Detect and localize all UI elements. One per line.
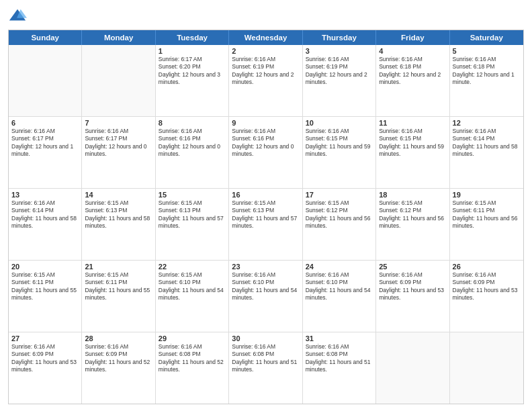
calendar-cell: 31Sunrise: 6:16 AMSunset: 6:08 PMDayligh… — [303, 332, 376, 404]
day-number: 6 — [11, 119, 79, 127]
day-number: 15 — [159, 191, 226, 199]
day-number: 29 — [159, 334, 226, 342]
calendar-cell: 6Sunrise: 6:16 AMSunset: 6:17 PMDaylight… — [9, 117, 82, 188]
calendar-cell: 3Sunrise: 6:16 AMSunset: 6:19 PMDaylight… — [303, 45, 376, 116]
day-info: Sunrise: 6:16 AMSunset: 6:19 PMDaylight:… — [306, 56, 373, 87]
calendar-cell: 2Sunrise: 6:16 AMSunset: 6:19 PMDaylight… — [229, 45, 302, 116]
day-info: Sunrise: 6:15 AMSunset: 6:11 PMDaylight:… — [85, 271, 152, 302]
day-info: Sunrise: 6:16 AMSunset: 6:14 PMDaylight:… — [11, 199, 79, 230]
calendar-week-4: 20Sunrise: 6:15 AMSunset: 6:11 PMDayligh… — [9, 260, 523, 332]
calendar-cell: 10Sunrise: 6:16 AMSunset: 6:15 PMDayligh… — [303, 117, 376, 188]
calendar-cell: 15Sunrise: 6:15 AMSunset: 6:13 PMDayligh… — [156, 189, 229, 260]
day-info: Sunrise: 6:16 AMSunset: 6:18 PMDaylight:… — [453, 56, 521, 87]
header-day-thursday: Thursday — [303, 30, 376, 45]
header-day-friday: Friday — [376, 30, 449, 45]
day-number: 8 — [159, 119, 226, 127]
page: SundayMondayTuesdayWednesdayThursdayFrid… — [0, 0, 532, 411]
day-info: Sunrise: 6:16 AMSunset: 6:09 PMDaylight:… — [453, 271, 521, 302]
day-number: 14 — [85, 191, 152, 199]
day-number: 31 — [306, 334, 373, 342]
day-number: 3 — [306, 47, 373, 55]
calendar-cell: 23Sunrise: 6:16 AMSunset: 6:10 PMDayligh… — [229, 261, 302, 332]
day-number: 10 — [306, 119, 373, 127]
day-info: Sunrise: 6:17 AMSunset: 6:20 PMDaylight:… — [159, 56, 226, 87]
day-number: 28 — [85, 334, 152, 342]
day-number: 17 — [306, 191, 373, 199]
calendar-week-2: 6Sunrise: 6:16 AMSunset: 6:17 PMDaylight… — [9, 116, 523, 188]
calendar-cell — [450, 332, 523, 404]
logo-icon — [8, 7, 27, 26]
day-info: Sunrise: 6:16 AMSunset: 6:17 PMDaylight:… — [85, 128, 152, 158]
calendar-cell: 12Sunrise: 6:16 AMSunset: 6:14 PMDayligh… — [450, 117, 523, 188]
day-number: 5 — [453, 47, 521, 55]
day-number: 27 — [11, 334, 79, 342]
day-number: 30 — [232, 334, 299, 342]
calendar-week-1: 1Sunrise: 6:17 AMSunset: 6:20 PMDaylight… — [9, 45, 523, 116]
day-info: Sunrise: 6:16 AMSunset: 6:17 PMDaylight:… — [11, 128, 79, 158]
calendar-cell: 21Sunrise: 6:15 AMSunset: 6:11 PMDayligh… — [82, 261, 155, 332]
day-number: 18 — [379, 191, 446, 199]
calendar-cell: 25Sunrise: 6:16 AMSunset: 6:09 PMDayligh… — [376, 261, 449, 332]
day-info: Sunrise: 6:15 AMSunset: 6:11 PMDaylight:… — [11, 271, 79, 302]
day-info: Sunrise: 6:15 AMSunset: 6:13 PMDaylight:… — [159, 199, 226, 230]
header — [8, 7, 524, 26]
calendar-cell — [376, 332, 449, 404]
day-number: 11 — [379, 119, 446, 127]
day-info: Sunrise: 6:15 AMSunset: 6:12 PMDaylight:… — [306, 199, 373, 230]
header-day-wednesday: Wednesday — [229, 30, 302, 45]
calendar-body: 1Sunrise: 6:17 AMSunset: 6:20 PMDaylight… — [9, 45, 523, 404]
day-number: 7 — [85, 119, 152, 127]
day-info: Sunrise: 6:15 AMSunset: 6:11 PMDaylight:… — [453, 199, 521, 230]
day-info: Sunrise: 6:16 AMSunset: 6:14 PMDaylight:… — [453, 128, 521, 158]
day-number: 9 — [232, 119, 299, 127]
day-info: Sunrise: 6:16 AMSunset: 6:15 PMDaylight:… — [306, 128, 373, 158]
day-info: Sunrise: 6:16 AMSunset: 6:08 PMDaylight:… — [159, 343, 226, 374]
logo — [8, 7, 30, 26]
day-number: 1 — [159, 47, 226, 55]
day-number: 26 — [453, 263, 521, 271]
day-info: Sunrise: 6:16 AMSunset: 6:09 PMDaylight:… — [85, 343, 152, 374]
calendar-cell: 16Sunrise: 6:15 AMSunset: 6:13 PMDayligh… — [229, 189, 302, 260]
day-info: Sunrise: 6:16 AMSunset: 6:19 PMDaylight:… — [232, 56, 299, 87]
calendar-cell: 1Sunrise: 6:17 AMSunset: 6:20 PMDaylight… — [156, 45, 229, 116]
calendar-cell: 5Sunrise: 6:16 AMSunset: 6:18 PMDaylight… — [450, 45, 523, 116]
calendar-cell: 9Sunrise: 6:16 AMSunset: 6:16 PMDaylight… — [229, 117, 302, 188]
calendar-header-row: SundayMondayTuesdayWednesdayThursdayFrid… — [9, 30, 523, 45]
calendar-cell: 8Sunrise: 6:16 AMSunset: 6:16 PMDaylight… — [156, 117, 229, 188]
header-day-tuesday: Tuesday — [156, 30, 229, 45]
header-day-saturday: Saturday — [450, 30, 523, 45]
day-info: Sunrise: 6:15 AMSunset: 6:12 PMDaylight:… — [379, 199, 446, 230]
calendar-cell: 14Sunrise: 6:15 AMSunset: 6:13 PMDayligh… — [82, 189, 155, 260]
header-day-monday: Monday — [82, 30, 155, 45]
calendar-cell: 20Sunrise: 6:15 AMSunset: 6:11 PMDayligh… — [9, 261, 82, 332]
calendar-cell: 17Sunrise: 6:15 AMSunset: 6:12 PMDayligh… — [303, 189, 376, 260]
day-number: 19 — [453, 191, 521, 199]
calendar-cell: 18Sunrise: 6:15 AMSunset: 6:12 PMDayligh… — [376, 189, 449, 260]
calendar-cell: 22Sunrise: 6:15 AMSunset: 6:10 PMDayligh… — [156, 261, 229, 332]
calendar-cell: 30Sunrise: 6:16 AMSunset: 6:08 PMDayligh… — [229, 332, 302, 404]
day-number: 22 — [159, 263, 226, 271]
calendar-cell: 28Sunrise: 6:16 AMSunset: 6:09 PMDayligh… — [82, 332, 155, 404]
day-info: Sunrise: 6:16 AMSunset: 6:15 PMDaylight:… — [379, 128, 446, 158]
calendar-cell: 29Sunrise: 6:16 AMSunset: 6:08 PMDayligh… — [156, 332, 229, 404]
calendar-week-5: 27Sunrise: 6:16 AMSunset: 6:09 PMDayligh… — [9, 332, 523, 404]
calendar-cell: 26Sunrise: 6:16 AMSunset: 6:09 PMDayligh… — [450, 261, 523, 332]
day-info: Sunrise: 6:15 AMSunset: 6:13 PMDaylight:… — [232, 199, 299, 230]
day-info: Sunrise: 6:16 AMSunset: 6:10 PMDaylight:… — [306, 271, 373, 302]
calendar-week-3: 13Sunrise: 6:16 AMSunset: 6:14 PMDayligh… — [9, 188, 523, 260]
calendar-cell: 13Sunrise: 6:16 AMSunset: 6:14 PMDayligh… — [9, 189, 82, 260]
calendar-cell: 27Sunrise: 6:16 AMSunset: 6:09 PMDayligh… — [9, 332, 82, 404]
day-info: Sunrise: 6:16 AMSunset: 6:18 PMDaylight:… — [379, 56, 446, 87]
day-number: 20 — [11, 263, 79, 271]
calendar-cell: 11Sunrise: 6:16 AMSunset: 6:15 PMDayligh… — [376, 117, 449, 188]
day-info: Sunrise: 6:16 AMSunset: 6:16 PMDaylight:… — [159, 128, 226, 158]
calendar-cell: 4Sunrise: 6:16 AMSunset: 6:18 PMDaylight… — [376, 45, 449, 116]
day-number: 24 — [306, 263, 373, 271]
day-number: 2 — [232, 47, 299, 55]
calendar-cell — [82, 45, 155, 116]
calendar-cell: 7Sunrise: 6:16 AMSunset: 6:17 PMDaylight… — [82, 117, 155, 188]
day-number: 23 — [232, 263, 299, 271]
day-info: Sunrise: 6:16 AMSunset: 6:08 PMDaylight:… — [232, 343, 299, 374]
calendar-cell: 19Sunrise: 6:15 AMSunset: 6:11 PMDayligh… — [450, 189, 523, 260]
calendar: SundayMondayTuesdayWednesdayThursdayFrid… — [8, 30, 524, 404]
